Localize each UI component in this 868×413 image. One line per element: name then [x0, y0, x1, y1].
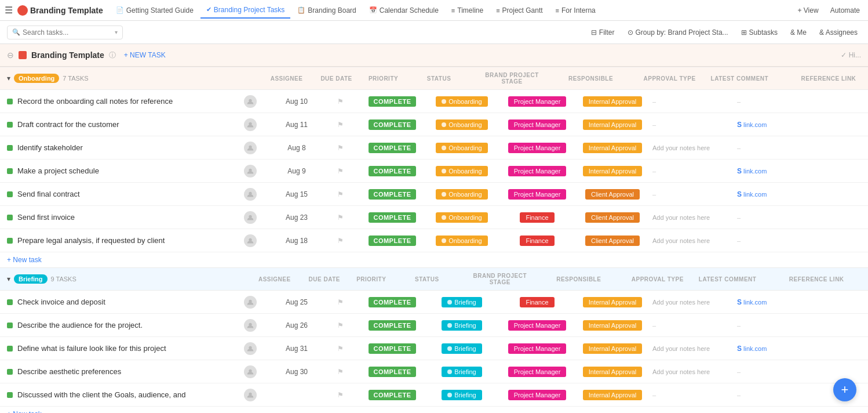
new-task-row-briefing[interactable]: + New task	[0, 407, 868, 413]
task-approval[interactable]: Internal Approval	[575, 320, 650, 331]
task-assignee[interactable]	[227, 188, 273, 201]
task-assignee[interactable]	[227, 296, 273, 309]
task-brand-stage[interactable]: Briefing	[424, 297, 499, 307]
task-status[interactable]: COMPLETE	[360, 189, 424, 200]
task-responsible[interactable]: Project Manager	[499, 119, 575, 130]
task-priority[interactable]: ⚑	[320, 97, 360, 106]
task-row[interactable]: Describe the audience for the project. A…	[0, 314, 868, 337]
nav-tab-getting-started[interactable]: 📄Getting Started Guide	[110, 3, 199, 18]
ref-link[interactable]: link.com	[743, 121, 767, 128]
subtasks-button[interactable]: ⊞ Subtasks	[738, 27, 781, 38]
task-row[interactable]: Send final contract Aug 15 ⚑ COMPLETE On…	[0, 183, 868, 206]
task-brand-stage[interactable]: Briefing	[424, 367, 499, 377]
task-responsible[interactable]: Project Manager	[499, 343, 575, 354]
task-priority[interactable]: ⚑	[320, 190, 360, 198]
task-responsible[interactable]: Finance	[499, 236, 575, 246]
task-status[interactable]: COMPLETE	[360, 236, 424, 246]
task-responsible[interactable]: Project Manager	[499, 320, 575, 331]
task-status[interactable]: COMPLETE	[360, 212, 424, 223]
task-responsible[interactable]: Project Manager	[499, 166, 575, 176]
task-priority[interactable]: ⚑	[320, 391, 360, 399]
task-brand-stage[interactable]: Onboarding	[424, 96, 499, 107]
task-approval[interactable]: Internal Approval	[575, 343, 650, 354]
task-row[interactable]: Draft contract for the customer Aug 11 ⚑…	[0, 113, 868, 136]
section-collapse-onboarding[interactable]: ▾	[7, 74, 10, 82]
task-assignee[interactable]	[227, 319, 273, 332]
fab-button[interactable]: +	[833, 378, 856, 401]
task-brand-stage[interactable]: Onboarding	[424, 166, 499, 176]
view-button[interactable]: + View	[794, 4, 822, 17]
ref-link[interactable]: link.com	[743, 345, 767, 352]
task-assignee[interactable]	[227, 342, 273, 355]
task-status[interactable]: COMPLETE	[360, 96, 424, 107]
task-status[interactable]: COMPLETE	[360, 320, 424, 331]
nav-tab-branding-board[interactable]: 📋Branding Board	[291, 3, 362, 18]
task-priority[interactable]: ⚑	[320, 213, 360, 222]
task-priority[interactable]: ⚑	[320, 368, 360, 376]
task-priority[interactable]: ⚑	[320, 237, 360, 245]
task-assignee[interactable]	[227, 389, 273, 401]
task-brand-stage[interactable]: Onboarding	[424, 189, 499, 200]
task-assignee[interactable]	[227, 365, 273, 378]
task-priority[interactable]: ⚑	[320, 345, 360, 353]
task-approval[interactable]: Internal Approval	[575, 367, 650, 377]
nav-tab-calendar-schedule[interactable]: 📅Calendar Schedule	[363, 3, 444, 18]
search-wrapper[interactable]: 🔍 ▾	[7, 26, 123, 39]
task-priority[interactable]: ⚑	[320, 298, 360, 306]
task-approval[interactable]: Internal Approval	[575, 143, 650, 153]
task-approval[interactable]: Client Approval	[575, 212, 650, 223]
task-approval[interactable]: Internal Approval	[575, 119, 650, 130]
task-brand-stage[interactable]: Briefing	[424, 343, 499, 354]
task-responsible[interactable]: Project Manager	[499, 189, 575, 200]
task-brand-stage[interactable]: Onboarding	[424, 143, 499, 153]
task-brand-stage[interactable]: Onboarding	[424, 212, 499, 223]
task-priority[interactable]: ⚑	[320, 121, 360, 129]
task-assignee[interactable]	[227, 95, 273, 108]
search-input[interactable]	[23, 28, 112, 37]
task-responsible[interactable]: Finance	[499, 297, 575, 307]
task-brand-stage[interactable]: Briefing	[424, 390, 499, 400]
task-row[interactable]: Record the onboarding call notes for ref…	[0, 90, 868, 113]
task-priority[interactable]: ⚑	[320, 321, 360, 329]
task-status[interactable]: COMPLETE	[360, 390, 424, 400]
task-responsible[interactable]: Finance	[499, 212, 575, 223]
task-assignee[interactable]	[227, 234, 273, 247]
task-row[interactable]: Describe aesthetic preferences Aug 30 ⚑ …	[0, 360, 868, 383]
assignees-button[interactable]: & Assignees	[816, 27, 861, 38]
task-row[interactable]: Prepare legal analysis, if requested by …	[0, 229, 868, 252]
task-assignee[interactable]	[227, 118, 273, 131]
task-row[interactable]: Make a project schedule Aug 9 ⚑ COMPLETE…	[0, 160, 868, 183]
task-approval[interactable]: Internal Approval	[575, 96, 650, 107]
task-row[interactable]: Check invoice and deposit Aug 25 ⚑ COMPL…	[0, 291, 868, 314]
task-brand-stage[interactable]: Briefing	[424, 320, 499, 331]
nav-tab-project-gantt[interactable]: ≡Project Gantt	[490, 3, 548, 18]
task-status[interactable]: COMPLETE	[360, 166, 424, 176]
ref-link[interactable]: link.com	[743, 191, 767, 198]
filter-button[interactable]: ⊟ Filter	[588, 27, 618, 38]
group-by-button[interactable]: ⊙ Group by: Brand Project Sta...	[624, 27, 732, 38]
ref-link[interactable]: link.com	[743, 168, 767, 175]
task-assignee[interactable]	[227, 142, 273, 154]
nav-tab-branding-project-tasks[interactable]: ✔Branding Project Tasks	[200, 2, 291, 19]
ref-link[interactable]: link.com	[743, 299, 767, 306]
task-status[interactable]: COMPLETE	[360, 367, 424, 377]
task-responsible[interactable]: Project Manager	[499, 96, 575, 107]
nav-tab-timeline[interactable]: ≡Timeline	[446, 3, 489, 18]
task-brand-stage[interactable]: Onboarding	[424, 119, 499, 130]
task-row[interactable]: Send first invoice Aug 23 ⚑ COMPLETE Onb…	[0, 206, 868, 229]
task-approval[interactable]: Client Approval	[575, 236, 650, 246]
me-button[interactable]: & Me	[787, 27, 810, 38]
nav-tab-for-internal[interactable]: ≡For Interna	[550, 3, 601, 18]
hamburger-icon[interactable]: ☰	[5, 5, 13, 16]
task-assignee[interactable]	[227, 165, 273, 177]
task-status[interactable]: COMPLETE	[360, 119, 424, 130]
task-row[interactable]: Discussed with the client the Goals, aud…	[0, 383, 868, 407]
task-brand-stage[interactable]: Onboarding	[424, 236, 499, 246]
new-task-row-onboarding[interactable]: + New task	[0, 252, 868, 267]
task-priority[interactable]: ⚑	[320, 167, 360, 175]
task-status[interactable]: COMPLETE	[360, 143, 424, 153]
task-responsible[interactable]: Project Manager	[499, 143, 575, 153]
task-row[interactable]: Define what is failure look like for thi…	[0, 337, 868, 360]
task-responsible[interactable]: Project Manager	[499, 390, 575, 400]
section-collapse-briefing[interactable]: ▾	[7, 275, 10, 283]
